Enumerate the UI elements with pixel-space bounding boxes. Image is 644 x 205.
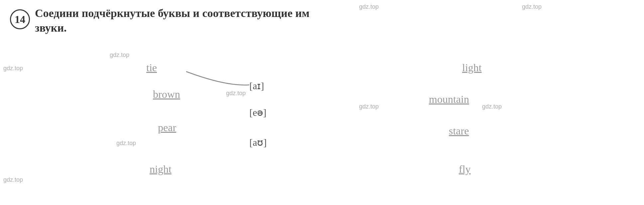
word-stare: stare (449, 125, 469, 137)
task-title-line2: звуки. (35, 22, 67, 34)
word-brown: brown (153, 88, 180, 101)
word-tie: tie (146, 62, 157, 74)
word-pear: pear (158, 121, 176, 134)
word-night: night (150, 163, 172, 175)
task-number: 14 (10, 9, 30, 29)
watermark-4: gdz.top (3, 65, 23, 72)
phonetic-ea: [eə] (249, 106, 266, 118)
word-fly: fly (459, 163, 471, 175)
phonetic-au: [aʊ] (249, 136, 267, 148)
task-title: Соедини подчёркнутые буквы и соответству… (35, 6, 310, 35)
word-light: light (462, 62, 482, 74)
watermark-7: gdz.top (482, 103, 502, 110)
watermark-9: gdz.top (3, 176, 23, 183)
word-mountain: mountain (429, 93, 469, 105)
phonetic-ai: [aɪ] (249, 80, 264, 92)
task-title-line1: Соедини подчёркнутые буквы и соответству… (35, 7, 310, 19)
watermark-5: gdz.top (226, 90, 246, 97)
watermark-3: gdz.top (110, 52, 129, 59)
watermark-6: gdz.top (359, 103, 379, 110)
watermark-1: gdz.top (359, 3, 379, 10)
watermark-8: gdz.top (116, 140, 136, 147)
watermark-2: gdz.top (522, 3, 542, 10)
